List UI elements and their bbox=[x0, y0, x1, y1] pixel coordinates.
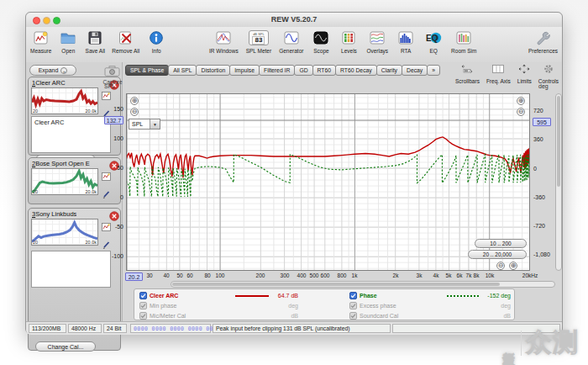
limits-button[interactable]: Limits bbox=[517, 62, 532, 84]
toolbar-button-levels[interactable]: Levels bbox=[339, 29, 359, 54]
legend-row: Min phasedegExcess phasedeg bbox=[134, 301, 514, 311]
toolbar-label-measure: Measure bbox=[30, 48, 51, 54]
watermark-text-vertical: 新浪 bbox=[501, 342, 517, 344]
legend-value-soundcard-cal: dB bbox=[460, 313, 511, 319]
change-cal-button[interactable]: Change Cal... bbox=[35, 341, 96, 352]
cursor-spl-readout: 132.7 bbox=[104, 116, 123, 124]
toolbar-button-preferences[interactable]: Preferences bbox=[528, 29, 558, 54]
tab-all-spl[interactable]: All SPL bbox=[168, 65, 197, 76]
toolbar-button-info[interactable]: Info bbox=[146, 29, 166, 54]
freq-axis-tick-label: 100 bbox=[209, 272, 231, 278]
toolbar-button-room-sim[interactable]: Room Sim bbox=[451, 29, 476, 54]
zoom-out-left-axis-button[interactable]: ⊖ bbox=[130, 108, 139, 116]
measurement-thumbnail[interactable]: 2020.0k bbox=[31, 168, 98, 195]
toolbar-label-remove-all: Remove All bbox=[112, 48, 139, 54]
zoom-in-left-axis-button[interactable]: ⊕ bbox=[130, 97, 139, 105]
tab-filtered-ir[interactable]: Filtered IR bbox=[259, 65, 295, 76]
left-axis-tick-label: -50 bbox=[103, 224, 123, 230]
spl-phase-plot[interactable] bbox=[126, 93, 530, 271]
zoom-in-right-axis-button[interactable]: ⊕ bbox=[517, 97, 525, 105]
scope-icon bbox=[312, 29, 329, 46]
toolbar-label-rta: RTA bbox=[401, 48, 411, 54]
screen: REW V5.20.7 MeasureOpenSave AllRemove Al… bbox=[0, 0, 588, 365]
legend-checkbox-cleer-arc[interactable] bbox=[139, 292, 147, 300]
tab-distortion[interactable]: Distortion bbox=[196, 65, 230, 76]
tab-more[interactable]: » bbox=[427, 65, 440, 76]
freq-axis-button[interactable]: Freq. Axis bbox=[486, 62, 511, 84]
tab-gd[interactable]: GD bbox=[294, 65, 312, 76]
tab-clarity[interactable]: Clarity bbox=[376, 65, 402, 76]
zoom-out-right-axis-button[interactable]: ⊖ bbox=[517, 108, 525, 116]
legend-checkbox-soundcard-cal[interactable] bbox=[349, 312, 357, 320]
open-icon bbox=[60, 29, 76, 46]
legend-value-phase: -152 deg bbox=[460, 293, 511, 299]
horizontal-scrollbar[interactable] bbox=[171, 281, 555, 288]
scrollbars-button[interactable]: Scrollbars bbox=[455, 62, 480, 84]
window-title: REW V5.20.7 bbox=[26, 15, 562, 24]
tab-decay[interactable]: Decay bbox=[402, 65, 428, 76]
right-axis-unit-label: deg bbox=[538, 83, 549, 89]
remove-measurement-button[interactable] bbox=[109, 209, 119, 220]
measurement-title: 2Bose Sport Open E bbox=[32, 160, 90, 167]
freq-range-10-200-button[interactable]: 10 .. 200 bbox=[475, 239, 527, 248]
horizontal-scrollbar-thumb[interactable] bbox=[172, 283, 500, 286]
zoom-in-freq-button[interactable]: ⊕ bbox=[509, 262, 517, 270]
legend-checkbox-min-phase[interactable] bbox=[139, 302, 147, 310]
toolbar-label-levels: Levels bbox=[341, 48, 357, 54]
toolbar-button-ir-windows[interactable]: IR Windows bbox=[209, 29, 239, 54]
thumbnail-graph-icon[interactable] bbox=[102, 169, 111, 184]
axis-selector-value: SPL bbox=[129, 121, 150, 127]
thumbnail-xmax-label: 20.0k bbox=[86, 108, 97, 114]
toolbar-label-preferences: Preferences bbox=[528, 48, 558, 54]
controls-button[interactable]: Controls bbox=[538, 62, 559, 84]
controls-label: Controls bbox=[538, 78, 559, 84]
freq-axis-icon bbox=[491, 62, 505, 77]
left-axis-tick-label: 50 bbox=[103, 165, 123, 171]
spl-meter-badge: dB SPL83 bbox=[249, 30, 269, 45]
preferences-icon bbox=[534, 29, 551, 46]
thumbnail-xmin-label: 20 bbox=[33, 189, 38, 194]
zoom-out-freq-button[interactable]: ⊖ bbox=[496, 262, 505, 270]
measurement-notes-box[interactable] bbox=[31, 251, 111, 288]
input-bit-meter: 0000 0000 0000 0000 0000 0000 bbox=[130, 324, 211, 333]
vertical-scrollbar[interactable] bbox=[555, 93, 562, 271]
toolbar-button-save-all[interactable]: Save All bbox=[85, 29, 105, 54]
tab-impulse[interactable]: Impulse bbox=[229, 65, 260, 76]
capture-button[interactable]: Capture bbox=[100, 62, 125, 85]
vertical-scrollbar-thumb[interactable] bbox=[557, 96, 560, 187]
measurement-thumbnail[interactable]: 2020.0k bbox=[31, 87, 98, 114]
left-axis-tick-label: 100 bbox=[103, 135, 123, 141]
tab-rt60-decay[interactable]: RT60 Decay bbox=[335, 65, 377, 76]
tab-rt60[interactable]: RT60 bbox=[312, 65, 337, 76]
legend-label-min-phase: Min phase bbox=[150, 303, 176, 309]
legend-label-excess-phase: Excess phase bbox=[360, 303, 396, 309]
toolbar-button-measure[interactable]: Measure bbox=[30, 29, 51, 54]
legend-checkbox-mic-meter-cal[interactable] bbox=[139, 312, 147, 320]
legend-checkbox-phase[interactable] bbox=[349, 292, 357, 300]
scrollbars-icon bbox=[460, 62, 474, 77]
toolbar-button-open[interactable]: Open bbox=[58, 29, 78, 54]
freq-range-20-20000-button[interactable]: 20 .. 20,000 bbox=[468, 250, 527, 259]
toolbar-button-rta[interactable]: RTA bbox=[396, 29, 416, 54]
toolbar-button-scope[interactable]: Scope bbox=[311, 29, 331, 54]
toolbar-button-generator[interactable]: Generator bbox=[279, 29, 303, 54]
toolbar-button-spl-meter[interactable]: dB SPL83SPL Meter bbox=[246, 29, 271, 54]
axis-selector-dropdown[interactable]: SPL ▼ bbox=[129, 119, 160, 130]
toolbar-button-overlays[interactable]: Overlays bbox=[366, 29, 388, 54]
thumbnail-graph-icon[interactable] bbox=[102, 88, 111, 103]
expand-button[interactable]: Expand » bbox=[29, 65, 76, 76]
measurement-thumbnail[interactable]: 2020.0k bbox=[31, 219, 98, 246]
legend-checkbox-excess-phase[interactable] bbox=[349, 302, 357, 310]
toolbar-button-eq[interactable]: EQEQ bbox=[423, 29, 444, 54]
measurement-notes-box[interactable]: Cleer ARC bbox=[31, 116, 111, 153]
toolbar-label-open: Open bbox=[61, 48, 75, 54]
ir-windows-icon bbox=[215, 29, 232, 46]
spl-meter-badge-value: 83 bbox=[252, 36, 265, 45]
toolbar-label-generator: Generator bbox=[279, 48, 303, 54]
toolbar-label-ir-windows: IR Windows bbox=[209, 48, 239, 54]
freq-axis-tick-label: 1k bbox=[344, 272, 365, 278]
levels-icon bbox=[340, 29, 357, 46]
measure-icon bbox=[33, 29, 50, 46]
tab-spl-phase[interactable]: SPL & Phase bbox=[125, 65, 169, 76]
toolbar-button-remove-all[interactable]: Remove All bbox=[112, 29, 139, 54]
